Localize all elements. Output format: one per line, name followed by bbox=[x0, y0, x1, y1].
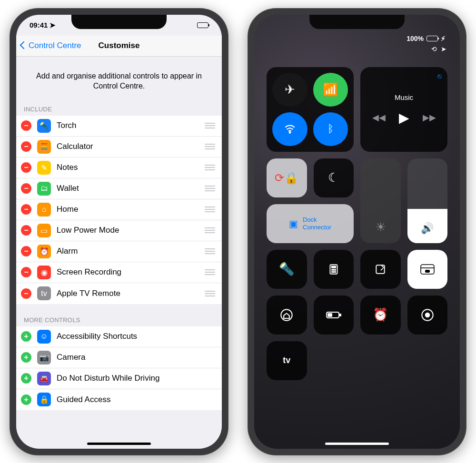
music-tile[interactable]: ⎋ Music ◀◀ ▶ ▶▶ bbox=[360, 67, 447, 152]
calculator-icon bbox=[327, 263, 340, 276]
drag-handle[interactable] bbox=[205, 123, 215, 128]
volume-slider[interactable]: 🔊 bbox=[407, 158, 448, 243]
apple-tv-tile[interactable]: tv bbox=[267, 341, 307, 380]
row-label: Home bbox=[57, 205, 205, 214]
drag-handle[interactable] bbox=[205, 186, 215, 191]
calculator-tile[interactable] bbox=[314, 250, 354, 289]
drag-handle[interactable] bbox=[205, 291, 215, 296]
notch bbox=[71, 15, 167, 29]
remove-button[interactable]: − bbox=[21, 225, 31, 236]
svg-point-6 bbox=[331, 271, 332, 272]
control-centre-grid: ✈︎ 📶 ᛒ ⎋ Music ◀◀ ▶ ▶▶ bbox=[267, 67, 447, 380]
page-title: Customise bbox=[99, 41, 140, 50]
svg-rect-11 bbox=[425, 270, 430, 273]
row-label: Notes bbox=[57, 163, 205, 172]
remove-button[interactable]: − bbox=[21, 267, 31, 277]
airplane-toggle[interactable]: ✈︎ bbox=[272, 73, 307, 107]
home-indicator[interactable] bbox=[325, 443, 389, 445]
play-button[interactable]: ▶ bbox=[399, 110, 409, 126]
status-battery bbox=[197, 22, 208, 28]
list-row[interactable]: −tvApple TV Remote bbox=[16, 283, 222, 304]
remove-button[interactable]: − bbox=[21, 204, 31, 215]
list-row[interactable]: −⏰Alarm bbox=[16, 241, 222, 262]
page-description: Add and organise additional controls to … bbox=[16, 57, 222, 103]
app-icon: 🔒 bbox=[37, 393, 51, 406]
wallet-tile[interactable] bbox=[407, 250, 448, 289]
drag-handle[interactable] bbox=[205, 144, 215, 149]
location-icon: ➤ bbox=[441, 45, 446, 53]
list-row[interactable]: −✎Notes bbox=[16, 158, 222, 178]
remove-button[interactable]: − bbox=[21, 246, 31, 256]
bluetooth-toggle[interactable]: ᛒ bbox=[313, 112, 348, 146]
remove-button[interactable]: − bbox=[21, 141, 31, 152]
app-icon: 🚘 bbox=[37, 372, 51, 385]
app-icon: 🧮 bbox=[37, 140, 51, 154]
wifi-toggle[interactable] bbox=[272, 112, 307, 146]
remove-button[interactable]: − bbox=[21, 183, 31, 194]
cc-status: 100% ⚡︎ bbox=[407, 35, 448, 42]
alarm-icon: ⏰ bbox=[373, 307, 388, 322]
list-row[interactable]: −🗂Wallet bbox=[16, 178, 222, 199]
add-button[interactable]: + bbox=[21, 352, 31, 363]
remove-button[interactable]: − bbox=[21, 120, 31, 131]
low-power-tile[interactable] bbox=[314, 296, 354, 335]
list-row[interactable]: −▭Low Power Mode bbox=[16, 220, 222, 241]
app-icon: ✎ bbox=[37, 161, 51, 175]
drag-handle[interactable] bbox=[205, 227, 215, 233]
svg-rect-14 bbox=[339, 314, 341, 316]
screen-mirroring-tile[interactable]: ▣ Dock Connector bbox=[267, 204, 354, 243]
add-button[interactable]: + bbox=[21, 331, 31, 342]
svg-point-4 bbox=[333, 269, 334, 270]
connectivity-tile[interactable]: ✈︎ 📶 ᛒ bbox=[267, 67, 354, 152]
section-include: Include bbox=[16, 103, 222, 116]
list-row[interactable]: −🧮Calculator bbox=[16, 137, 222, 158]
airplay-icon[interactable]: ⎋ bbox=[437, 72, 442, 80]
home-tile[interactable] bbox=[267, 296, 307, 335]
orientation-lock-icon: ⟳🔒 bbox=[275, 171, 298, 185]
row-label: Apple TV Remote bbox=[57, 289, 205, 298]
list-row[interactable]: +🔒Guided Access bbox=[16, 389, 222, 410]
music-label: Music bbox=[395, 93, 413, 101]
chevron-left-icon bbox=[21, 41, 27, 50]
orientation-lock-tile[interactable]: ⟳🔒 bbox=[267, 158, 307, 197]
app-icon: ◉ bbox=[37, 266, 51, 279]
apple-tv-icon: tv bbox=[283, 355, 290, 365]
drag-handle[interactable] bbox=[205, 248, 215, 254]
add-button[interactable]: + bbox=[21, 394, 31, 405]
row-label: Accessibility Shortcuts bbox=[57, 332, 215, 341]
list-row[interactable]: +☺︎Accessibility Shortcuts bbox=[16, 326, 222, 347]
row-label: Screen Recording bbox=[57, 267, 205, 277]
app-icon: 🔦 bbox=[37, 119, 51, 133]
remove-button[interactable]: − bbox=[21, 288, 31, 299]
svg-point-17 bbox=[425, 312, 430, 317]
list-row[interactable]: −⌂Home bbox=[16, 199, 222, 220]
screen-record-tile[interactable] bbox=[407, 296, 448, 335]
add-button[interactable]: + bbox=[21, 373, 31, 384]
prev-track-button[interactable]: ◀◀ bbox=[372, 112, 386, 123]
torch-tile[interactable]: 🔦 bbox=[267, 250, 307, 289]
next-track-button[interactable]: ▶▶ bbox=[423, 112, 436, 123]
brightness-slider[interactable]: ☀︎ bbox=[360, 158, 401, 243]
alarm-tile[interactable]: ⏰ bbox=[360, 296, 401, 335]
drag-handle[interactable] bbox=[205, 165, 215, 170]
airplane-icon: ✈︎ bbox=[285, 82, 295, 97]
dnd-tile[interactable]: ☾ bbox=[314, 158, 354, 197]
drag-handle[interactable] bbox=[205, 269, 215, 275]
svg-point-3 bbox=[331, 269, 332, 270]
home-icon bbox=[280, 308, 293, 322]
list-row[interactable]: −🔦Torch bbox=[16, 116, 222, 137]
home-indicator[interactable] bbox=[87, 443, 151, 445]
airplay-line2: Connector bbox=[303, 224, 331, 231]
brightness-icon: ☀︎ bbox=[375, 220, 386, 235]
list-row[interactable]: +🚘Do Not Disturb While Driving bbox=[16, 368, 222, 389]
airplay-line1: Dock bbox=[303, 216, 331, 224]
svg-point-5 bbox=[335, 269, 336, 270]
notes-tile[interactable] bbox=[360, 250, 401, 289]
back-button[interactable]: Control Centre bbox=[21, 41, 81, 50]
list-row[interactable]: +📷Camera bbox=[16, 347, 222, 368]
moon-icon: ☾ bbox=[328, 170, 339, 185]
remove-button[interactable]: − bbox=[21, 162, 31, 173]
drag-handle[interactable] bbox=[205, 207, 215, 212]
cellular-toggle[interactable]: 📶 bbox=[313, 73, 348, 107]
list-row[interactable]: −◉Screen Recording bbox=[16, 262, 222, 283]
